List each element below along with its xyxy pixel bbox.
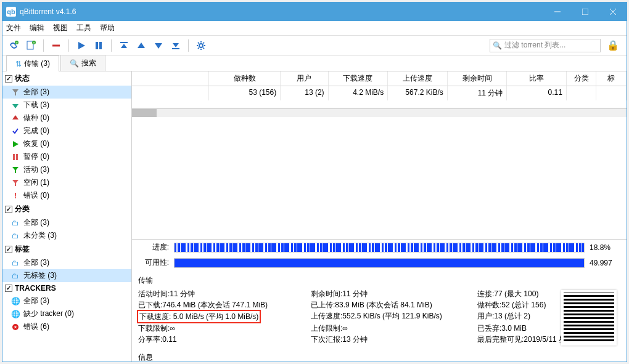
cell[interactable]: 567.2 KiB/s xyxy=(388,86,448,100)
menu-tools[interactable]: 工具 xyxy=(76,23,91,33)
tab-search[interactable]: 🔍搜索 xyxy=(60,55,105,71)
cell[interactable]: 0.11 xyxy=(507,86,567,100)
sidebar-group-status[interactable]: ✓状态 xyxy=(2,71,131,86)
sidebar-item-status-5[interactable]: 暂停 (0) xyxy=(2,150,131,163)
svg-marker-26 xyxy=(12,167,18,173)
play-icon xyxy=(11,140,20,148)
transfer-icon: ⇅ xyxy=(15,60,22,68)
filter-icon xyxy=(11,89,20,96)
lock-icon[interactable]: 🔒 xyxy=(607,39,619,51)
sidebar-item-category-0[interactable]: 🗀全部 (3) xyxy=(2,216,131,229)
menu-edit[interactable]: 编辑 xyxy=(30,23,44,33)
window-title: qBittorrent v4.1.6 xyxy=(20,7,543,16)
sidebar-item-status-1[interactable]: 下载 (3) xyxy=(2,99,131,111)
col-header[interactable]: 分类 xyxy=(567,71,597,86)
filter-icon xyxy=(11,166,20,174)
sidebar-item-trackers-0[interactable]: 🌐全部 (3) xyxy=(2,294,131,307)
folder-icon: 🗀 xyxy=(11,219,20,227)
cell[interactable] xyxy=(596,86,627,100)
qr-code-overlay xyxy=(561,290,617,346)
sidebar-item-status-6[interactable]: 活动 (3) xyxy=(2,163,131,176)
down-icon xyxy=(11,102,20,109)
cell[interactable]: 4.2 MiB/s xyxy=(329,86,388,100)
titlebar: qb qBittorrent v4.1.6 xyxy=(2,2,627,21)
menu-view[interactable]: 视图 xyxy=(53,23,68,33)
sidebar-item-label: 完成 (0) xyxy=(23,126,49,136)
cell[interactable]: 13 (2) xyxy=(281,86,328,100)
cell[interactable]: 53 (156) xyxy=(209,86,281,100)
col-header[interactable]: 做种数 xyxy=(209,71,281,86)
h-scrollbar[interactable] xyxy=(132,108,627,117)
svg-marker-23 xyxy=(13,141,18,147)
sidebar-item-label: 未分类 (3) xyxy=(23,230,57,241)
col-header[interactable] xyxy=(132,71,209,86)
sidebar-item-tags-1[interactable]: 🗀无标签 (3) xyxy=(2,269,131,282)
cell[interactable]: 11 分钟 xyxy=(448,86,508,100)
bang-icon: ! xyxy=(11,192,20,200)
sidebar-item-status-4[interactable]: 恢复 (0) xyxy=(2,137,131,150)
svg-marker-16 xyxy=(155,43,162,49)
move-down-button[interactable] xyxy=(151,38,166,53)
col-header[interactable]: 用户 xyxy=(281,71,328,86)
sidebar-item-label: 恢复 (0) xyxy=(23,139,49,149)
move-bottom-button[interactable] xyxy=(168,38,183,53)
sidebar-item-status-0[interactable]: 全部 (3) xyxy=(2,86,131,99)
svg-marker-10 xyxy=(78,42,85,49)
sidebar-item-label: 全部 (3) xyxy=(23,257,49,268)
sidebar-item-label: 错误 (0) xyxy=(23,190,49,201)
move-top-button[interactable] xyxy=(117,38,131,53)
cell[interactable] xyxy=(567,86,597,100)
search-icon: 🔍 xyxy=(70,59,79,68)
move-up-button[interactable] xyxy=(134,38,149,53)
torrent-grid[interactable]: 做种数用户下载速度上传速度剩余时间比率分类标 53 (156)13 (2)4.2… xyxy=(132,71,627,108)
x-icon xyxy=(11,323,20,331)
sidebar-item-label: 暂停 (0) xyxy=(23,152,49,162)
close-button[interactable] xyxy=(599,2,627,21)
settings-button[interactable] xyxy=(194,38,208,53)
svg-rect-12 xyxy=(99,42,102,49)
col-header[interactable]: 标 xyxy=(596,71,627,86)
filter-input[interactable]: 🔍 过滤 torrent 列表... xyxy=(490,39,601,52)
svg-marker-15 xyxy=(138,42,145,48)
progress-bar xyxy=(174,243,585,253)
col-header[interactable]: 上传速度 xyxy=(388,71,448,86)
resume-button[interactable] xyxy=(74,38,89,53)
sidebar: ✓状态全部 (3)下载 (3)做种 (0)完成 (0)恢复 (0)暂停 (0)活… xyxy=(2,71,132,362)
kv-pair: 下载限制: ∞ xyxy=(138,323,311,334)
info-section-title: 信息 xyxy=(138,352,620,362)
folder-icon: 🗀 xyxy=(11,272,20,280)
pause-button[interactable] xyxy=(91,38,106,53)
sidebar-item-tags-0[interactable]: 🗀全部 (3) xyxy=(2,256,131,269)
cell[interactable] xyxy=(132,86,209,100)
remove-button[interactable] xyxy=(49,38,64,53)
transfer-section-title: 传输 xyxy=(138,275,620,286)
sidebar-item-status-8[interactable]: !错误 (0) xyxy=(2,189,131,202)
col-header[interactable]: 比率 xyxy=(507,71,567,86)
svg-marker-20 xyxy=(12,89,18,95)
svg-rect-24 xyxy=(13,154,15,160)
check-icon xyxy=(11,127,20,135)
svg-point-19 xyxy=(199,44,203,47)
sidebar-item-trackers-2[interactable]: 错误 (6) xyxy=(2,320,131,333)
add-link-button[interactable]: + xyxy=(6,38,21,53)
sidebar-item-status-7[interactable]: 空闲 (1) xyxy=(2,176,131,189)
sidebar-item-trackers-1[interactable]: 🌐缺少 tracker (0) xyxy=(2,307,131,320)
sidebar-item-category-1[interactable]: 🗀未分类 (3) xyxy=(2,229,131,242)
maximize-button[interactable] xyxy=(571,2,599,21)
menu-help[interactable]: 帮助 xyxy=(100,23,115,33)
app-icon: qb xyxy=(6,7,16,17)
col-header[interactable]: 下载速度 xyxy=(329,71,388,86)
net-icon: 🌐 xyxy=(11,297,20,305)
col-header[interactable]: 剩余时间 xyxy=(448,71,508,86)
sidebar-item-status-3[interactable]: 完成 (0) xyxy=(2,124,131,137)
add-file-button[interactable]: + xyxy=(23,38,38,53)
sidebar-group-trackers[interactable]: ✓TRACKERS xyxy=(2,282,131,294)
sidebar-group-tags[interactable]: ✓标签 xyxy=(2,242,131,256)
folder-icon: 🗀 xyxy=(11,259,20,267)
tab-transfer[interactable]: ⇅传输 (3) xyxy=(6,55,59,71)
sidebar-group-category[interactable]: ✓分类 xyxy=(2,202,131,216)
minimize-button[interactable] xyxy=(543,2,571,21)
menu-file[interactable]: 文件 xyxy=(6,23,21,33)
sidebar-item-label: 错误 (6) xyxy=(23,322,49,332)
sidebar-item-status-2[interactable]: 做种 (0) xyxy=(2,111,131,124)
